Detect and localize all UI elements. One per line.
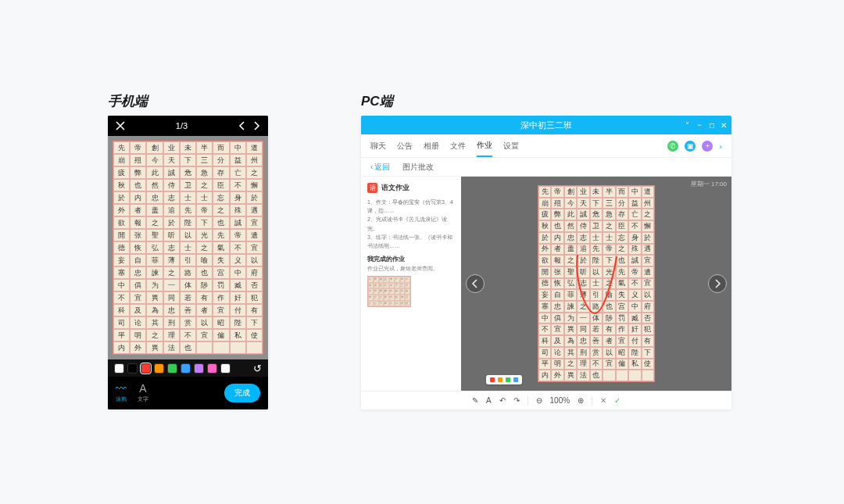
palette-swatch[interactable]	[490, 377, 495, 382]
pc-body: 语 语文作业 1、作文：早春的宝安（仿写第3、4课，指……2、完成读书卡《苦儿流…	[361, 177, 731, 391]
pc-title: 深中初三二班	[520, 120, 572, 131]
brush-label: 涂鸦	[116, 395, 127, 403]
color-swatch[interactable]	[154, 363, 164, 374]
text-tool-icon[interactable]: A	[486, 396, 492, 405]
pc-tabs: 聊天公告相册文件作业设置 ✆ ▣ ＋ ›	[361, 134, 731, 158]
subnav-item[interactable]: 图片批改	[402, 162, 434, 173]
zoom-level: 100%	[550, 396, 570, 405]
calligraphy-image: 先帝創业未半而中道崩殂今天下三分益州疲弊此誠危急存亡之秋也然侍卫之臣不懈於内忠志…	[113, 141, 263, 355]
prev-icon[interactable]	[238, 121, 246, 130]
pc-sidebar: 语 语文作业 1、作文：早春的宝安（仿写第3、4课，指……2、完成读书卡《苦儿流…	[361, 177, 461, 391]
brush-icon: 〰	[116, 383, 127, 394]
pc-viewer: 星期一 17:00 先帝創业未半而中道崩殂今天下三分益州疲弊此誠危急存亡之秋也然…	[461, 177, 731, 391]
pc-toolbar: ✎ A ↶ ↷ ⊖ 100% ⊕ ✕ ✓	[361, 391, 731, 409]
text-label: 文字	[138, 395, 148, 403]
window-controls: ˅ － □ ✕	[685, 116, 727, 134]
confirm-icon[interactable]: ✓	[614, 396, 620, 405]
brush-tool[interactable]: 〰 涂鸦	[116, 383, 127, 403]
color-swatch[interactable]	[167, 363, 177, 374]
page-counter: 1/3	[125, 121, 238, 130]
submission-thumbnail[interactable]: 先帝創业未半而中道崩殂今天下三分益州疲弊此誠危急存亡之秋也然侍卫之臣不懈於内忠志	[367, 276, 411, 307]
pc-window: 深中初三二班 ˅ － □ ✕ 聊天公告相册文件作业设置 ✆ ▣ ＋ › ‹ 返回…	[361, 116, 731, 409]
section-label-mobile: 手机端	[108, 92, 148, 110]
video-icon[interactable]: ▣	[685, 141, 696, 152]
calligraphy-image-large[interactable]: 先帝創业未半而中道崩殂今天下三分益州疲弊此誠危急存亡之秋也然侍卫之臣不懈於内忠志…	[538, 185, 655, 382]
color-swatch[interactable]	[141, 363, 151, 374]
pencil-tool-icon[interactable]: ✎	[472, 396, 478, 405]
color-swatch[interactable]	[207, 363, 217, 374]
color-swatch[interactable]	[127, 363, 138, 374]
subject-badge: 语	[367, 183, 377, 193]
cancel-icon[interactable]: ✕	[600, 396, 606, 405]
toolbar-separator	[592, 396, 592, 406]
mobile-color-row: ↺	[108, 359, 268, 377]
text-icon: A	[139, 383, 146, 394]
back-label: 返回	[374, 162, 390, 173]
chevron-left-icon: ‹	[370, 163, 373, 171]
zoom-in-icon[interactable]: ⊕	[578, 396, 584, 405]
color-swatch[interactable]	[194, 363, 204, 374]
color-swatch[interactable]	[181, 363, 191, 374]
pc-subnav: ‹ 返回 图片批改	[361, 158, 731, 177]
phone-icon[interactable]: ✆	[667, 141, 678, 152]
section-label-pc: PC端	[361, 92, 393, 110]
color-swatch[interactable]	[220, 363, 231, 374]
chevron-right-icon[interactable]: ›	[719, 141, 722, 151]
plus-icon[interactable]: ＋	[702, 141, 713, 152]
undo-tool-icon[interactable]: ↶	[499, 396, 506, 405]
palette-swatch[interactable]	[513, 377, 518, 382]
zoom-out-icon[interactable]: ⊖	[536, 396, 542, 405]
mobile-canvas[interactable]: 先帝創业未半而中道崩殂今天下三分益州疲弊此誠危急存亡之秋也然侍卫之臣不懈於内忠志…	[108, 136, 268, 359]
close-window-icon[interactable]: ✕	[721, 121, 727, 130]
tab-5[interactable]: 设置	[503, 136, 519, 156]
color-swatch[interactable]	[114, 363, 124, 374]
homework-card[interactable]: 语 语文作业	[367, 183, 455, 193]
tab-2[interactable]: 相册	[424, 136, 439, 156]
tab-1[interactable]: 公告	[397, 136, 413, 156]
tab-3[interactable]: 文件	[450, 136, 466, 156]
back-button[interactable]: ‹ 返回	[370, 162, 390, 173]
viewer-prev-button[interactable]	[466, 274, 485, 293]
mobile-bottombar: 〰 涂鸦 A 文字 完成	[108, 377, 268, 409]
tab-4[interactable]: 作业	[477, 135, 492, 157]
done-button[interactable]: 完成	[224, 384, 260, 402]
mobile-topbar: 1/3	[108, 116, 268, 136]
completed-heading: 我完成的作业	[367, 255, 455, 263]
text-tool[interactable]: A 文字	[138, 383, 148, 403]
viewer-next-button[interactable]	[708, 274, 727, 293]
homework-description: 1、作文：早春的宝安（仿写第3、4课，指……2、完成读书卡《苦儿流浪记》读完。3…	[367, 198, 455, 250]
pc-titlebar: 深中初三二班 ˅ － □ ✕	[361, 116, 731, 134]
toolbar-separator	[528, 396, 528, 406]
undo-icon[interactable]: ↺	[253, 363, 262, 374]
floating-palette[interactable]	[486, 375, 522, 384]
mobile-editor: 1/3 先帝創业未半而中道崩殂今天下三分益州疲弊此誠危急存亡之秋也然侍卫之臣不懈…	[108, 116, 268, 409]
tab-0[interactable]: 聊天	[370, 136, 386, 156]
submission-meta: 星期一 17:00	[691, 180, 727, 188]
palette-swatch[interactable]	[506, 377, 510, 382]
homework-title: 语文作业	[381, 183, 409, 193]
redo-tool-icon[interactable]: ↷	[513, 396, 520, 405]
palette-swatch[interactable]	[498, 377, 502, 382]
maximize-icon[interactable]: □	[710, 121, 714, 130]
completed-note: 作业已完成，麻烦老师查阅。	[367, 265, 455, 273]
next-icon[interactable]	[252, 121, 260, 130]
minimize-icon[interactable]: －	[696, 120, 703, 130]
dropdown-icon[interactable]: ˅	[685, 121, 689, 130]
close-icon[interactable]	[116, 121, 125, 130]
